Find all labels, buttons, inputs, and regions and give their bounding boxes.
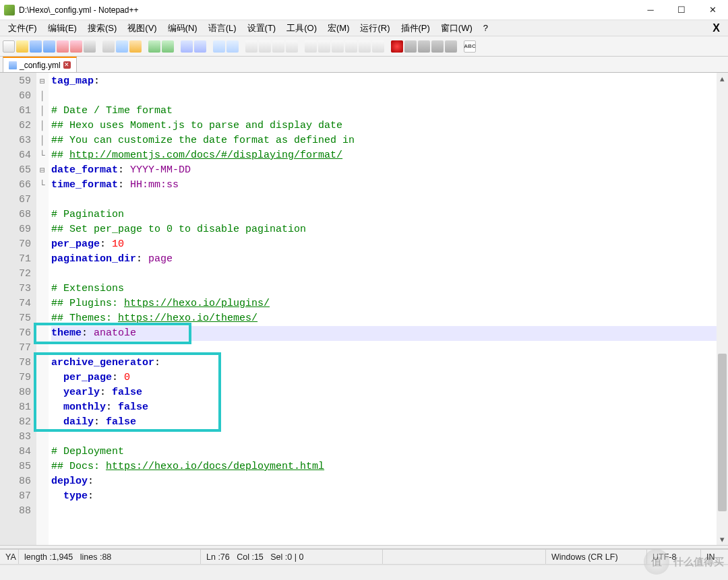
zoom-out-icon[interactable] — [226, 40, 239, 53]
macro-record-icon[interactable] — [391, 40, 403, 53]
doc-map-icon[interactable] — [345, 40, 357, 53]
app-icon — [4, 5, 15, 15]
menu-view[interactable]: 视图(V) — [122, 21, 162, 36]
code-line[interactable]: time_format: HH:mm:ss — [51, 178, 717, 193]
macro-stop-icon[interactable] — [404, 40, 417, 53]
undo-icon[interactable] — [148, 40, 160, 53]
vertical-scrollbar[interactable]: ▴ ▾ — [717, 73, 728, 545]
code-line[interactable]: # Deployment — [51, 445, 717, 459]
code-line[interactable] — [51, 504, 717, 519]
code-line[interactable]: ## Set per_page to 0 to disable paginati… — [51, 222, 717, 237]
code-line[interactable]: ## Plugins: https://hexo.io/plugins/ — [51, 296, 717, 311]
menu-settings[interactable]: 设置(T) — [242, 21, 282, 36]
code-line[interactable] — [51, 193, 717, 207]
code-line[interactable]: date_format: YYYY-MM-DD — [51, 163, 717, 178]
minimize-button[interactable]: ─ — [635, 0, 666, 20]
code-line[interactable]: # Pagination — [51, 207, 717, 222]
toolbar: ABC — [0, 36, 728, 57]
menu-run[interactable]: 运行(R) — [355, 21, 395, 36]
watermark-badge-icon: 值 — [644, 549, 669, 575]
scroll-thumb[interactable] — [718, 354, 727, 511]
code-line[interactable]: deploy: — [51, 474, 717, 489]
cut-icon[interactable] — [102, 40, 115, 53]
code-line[interactable]: monthly: false — [51, 400, 717, 415]
code-line[interactable]: # Date / Time format — [51, 104, 717, 119]
macro-play-icon[interactable] — [418, 40, 430, 53]
tab-bar: _config.yml ✕ — [0, 57, 728, 73]
redo-icon[interactable] — [162, 40, 174, 53]
print-icon[interactable] — [84, 40, 96, 53]
allchars-icon[interactable] — [286, 40, 298, 53]
code-line[interactable]: type: — [51, 489, 717, 504]
titlebar: D:\Hexo\_config.yml - Notepad++ ─ ☐ ✕ — [0, 0, 728, 20]
code-line[interactable]: pagination_dir: page — [51, 252, 717, 267]
code-line[interactable]: # Extensions — [51, 282, 717, 296]
folder-as-workspace-icon[interactable] — [318, 40, 330, 53]
status-filetype: YA — [0, 550, 19, 564]
scroll-down-icon[interactable]: ▾ — [717, 534, 728, 545]
menu-window[interactable]: 窗口(W) — [435, 21, 478, 36]
window-title: D:\Hexo\_config.yml - Notepad++ — [19, 5, 635, 15]
code-line[interactable]: daily: false — [51, 415, 717, 430]
menu-plugins[interactable]: 插件(P) — [396, 21, 435, 36]
code-line[interactable]: theme: anatole — [51, 326, 717, 341]
code-line[interactable]: per_page: 0 — [51, 370, 717, 385]
menu-help[interactable]: ? — [478, 22, 493, 34]
code-line[interactable]: ## Docs: https://hexo.io/docs/deployment… — [51, 459, 717, 474]
menu-search[interactable]: 搜索(S) — [82, 21, 122, 36]
code-line[interactable] — [51, 267, 717, 282]
menu-tools[interactable]: 工具(O) — [281, 21, 322, 36]
replace-icon[interactable] — [194, 40, 206, 53]
sync-v-icon[interactable] — [245, 40, 257, 53]
function-list-icon[interactable] — [332, 40, 344, 53]
close-button[interactable]: ✕ — [697, 0, 728, 20]
close-file-icon[interactable] — [57, 40, 69, 53]
menu-macro[interactable]: 宏(M) — [322, 21, 355, 36]
monitoring-icon[interactable] — [372, 40, 384, 53]
watermark-text: 什么值得买 — [673, 556, 724, 569]
sync-h-icon[interactable] — [259, 40, 271, 53]
maximize-button[interactable]: ☐ — [666, 0, 697, 20]
spellcheck-icon[interactable]: ABC — [464, 40, 476, 53]
tab-close-icon[interactable]: ✕ — [63, 61, 71, 69]
paste-icon[interactable] — [129, 40, 142, 53]
scroll-up-icon[interactable]: ▴ — [717, 73, 728, 84]
menubar-close-x[interactable]: X — [707, 22, 725, 34]
code-line[interactable]: archive_generator: — [51, 356, 717, 370]
indent-guide-icon[interactable] — [305, 40, 317, 53]
folder-panel-icon[interactable] — [359, 40, 371, 53]
tab-active[interactable]: _config.yml ✕ — [3, 57, 77, 72]
code-line[interactable] — [51, 341, 717, 356]
code-line[interactable]: per_page: 10 — [51, 237, 717, 252]
code-line[interactable]: ## You can customize the date format as … — [51, 133, 717, 148]
editor[interactable]: 5960616263646566676869707172737475767778… — [0, 73, 728, 545]
find-icon[interactable] — [181, 40, 193, 53]
code-line[interactable]: ## Themes: https://hexo.io/themes/ — [51, 311, 717, 326]
code-line[interactable] — [51, 89, 717, 104]
code-area[interactable]: tag_map:# Date / Time format## Hexo uses… — [49, 73, 717, 545]
menubar: 文件(F) 编辑(E) 搜索(S) 视图(V) 编码(N) 语言(L) 设置(T… — [0, 20, 728, 36]
code-line[interactable]: ## http://momentjs.com/docs/#/displaying… — [51, 148, 717, 163]
scroll-track[interactable] — [717, 84, 728, 534]
close-all-icon[interactable] — [70, 40, 82, 53]
save-icon[interactable] — [30, 40, 42, 53]
code-line[interactable]: yearly: false — [51, 385, 717, 400]
watermark: 值 什么值得买 — [644, 549, 724, 575]
open-file-icon[interactable] — [16, 40, 28, 53]
copy-icon[interactable] — [116, 40, 128, 53]
save-all-icon[interactable] — [43, 40, 55, 53]
menu-encoding[interactable]: 编码(N) — [162, 21, 203, 36]
tab-label: _config.yml — [20, 61, 61, 70]
macro-play-multi-icon[interactable] — [431, 40, 444, 53]
wordwrap-icon[interactable] — [272, 40, 284, 53]
code-line[interactable] — [51, 430, 717, 445]
macro-save-icon[interactable] — [445, 40, 457, 53]
code-line[interactable]: ## Hexo uses Moment.js to parse and disp… — [51, 119, 717, 133]
zoom-in-icon[interactable] — [213, 40, 225, 53]
menu-file[interactable]: 文件(F) — [3, 21, 42, 36]
new-file-icon[interactable] — [3, 40, 15, 53]
fold-column[interactable]: ⊟││││└⊟└ — [36, 73, 49, 545]
menu-language[interactable]: 语言(L) — [203, 21, 242, 36]
menu-edit[interactable]: 编辑(E) — [42, 21, 82, 36]
code-line[interactable]: tag_map: — [51, 74, 717, 89]
